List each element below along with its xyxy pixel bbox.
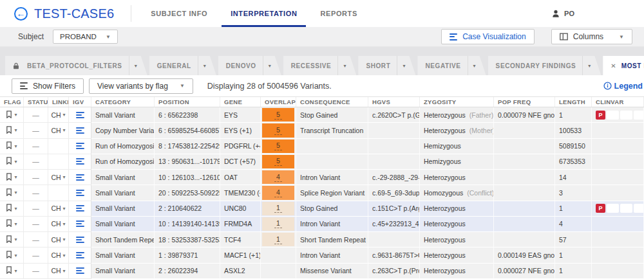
column-header-position[interactable]: POSITION [155, 97, 220, 107]
column-header-category[interactable]: CATEGORY [91, 97, 155, 107]
show-filters-button[interactable]: Show Filters [12, 78, 84, 94]
igv-icon[interactable] [76, 252, 84, 258]
linked-cell[interactable]: CH▾ [48, 264, 69, 279]
overlap-value[interactable]: 1 [274, 235, 282, 244]
column-header-flag[interactable]: FLAG [0, 97, 24, 107]
igv-cell[interactable] [69, 154, 91, 170]
flag-cell[interactable]: ▾ [0, 232, 24, 248]
flag-cell[interactable]: ▾ [0, 248, 24, 263]
column-header-gene[interactable]: GENE [220, 97, 261, 107]
flag-button[interactable]: ▾ [6, 251, 17, 260]
legend-link[interactable]: Legend [603, 82, 643, 91]
column-header-linked[interactable]: LINKED [48, 97, 69, 107]
subject-select[interactable]: PROBAND ▼ [53, 30, 118, 44]
igv-cell[interactable] [69, 201, 91, 217]
igv-icon[interactable] [76, 143, 84, 149]
column-header-consequence[interactable]: CONSEQUENCE [296, 97, 368, 107]
flag-cell[interactable]: ▾ [0, 123, 24, 138]
flag-cell[interactable]: ▾ [0, 154, 24, 170]
igv-cell[interactable] [69, 170, 91, 185]
column-header-status[interactable]: STATUS [24, 97, 48, 107]
columns-button[interactable]: Columns ▼ [551, 29, 632, 44]
overlap-value[interactable]: 4 [274, 188, 282, 197]
igv-icon[interactable] [76, 221, 84, 227]
column-header-hgvs[interactable]: HGVS [368, 97, 420, 107]
tab-reports[interactable]: REPORTS [308, 0, 368, 27]
filter-tab-menu[interactable]: ▾ [129, 56, 147, 75]
flag-button[interactable]: ▾ [6, 266, 17, 275]
flag-button[interactable]: ▾ [6, 111, 17, 120]
linked-cell[interactable]: CH▾ [48, 107, 69, 123]
flag-button[interactable]: ▾ [6, 219, 17, 228]
igv-cell[interactable] [69, 248, 91, 263]
linked-cell[interactable]: CH▾ [48, 201, 69, 217]
igv-icon[interactable] [76, 190, 84, 196]
flag-cell[interactable]: ▾ [0, 107, 24, 123]
igv-icon[interactable] [76, 267, 84, 274]
user-menu[interactable]: PO [551, 0, 644, 27]
back-button[interactable]: ← [14, 7, 28, 21]
igv-cell[interactable] [69, 139, 91, 154]
flag-cell[interactable]: ▾ [0, 201, 24, 217]
overlap-value[interactable]: 1 [274, 219, 282, 228]
igv-icon[interactable] [76, 205, 84, 212]
flag-button[interactable]: ▾ [6, 173, 17, 182]
flag-cell[interactable]: ▾ [0, 139, 24, 154]
column-header-length[interactable]: LENGTH [555, 97, 592, 107]
igv-icon[interactable] [76, 112, 84, 118]
filter-tab-menu[interactable]: ▾ [337, 56, 356, 75]
flag-cell[interactable]: ▾ [0, 264, 24, 279]
overlap-value[interactable]: 4 [274, 173, 282, 182]
close-icon[interactable]: ✕ [611, 62, 616, 69]
column-header-igv[interactable]: IGV [69, 97, 91, 107]
case-visualization-button[interactable]: Case Visualization [441, 29, 535, 44]
flag-button[interactable]: ▾ [6, 126, 17, 135]
filter-tab-menu[interactable]: ▾ [263, 56, 281, 75]
filter-tab-general[interactable]: GENERAL▾ [149, 56, 216, 75]
tab-subject-info[interactable]: SUBJECT INFO [139, 0, 219, 27]
igv-cell[interactable] [69, 264, 91, 279]
igv-cell[interactable] [69, 185, 91, 201]
column-header-overlap[interactable]: OVERLAP [261, 97, 296, 107]
igv-cell[interactable] [69, 123, 91, 138]
overlap-value[interactable]: 5 [274, 126, 282, 135]
filter-tab-secondary-findings[interactable]: SECONDARY FINDINGS▾ [488, 56, 601, 75]
column-header-clinvar[interactable]: CLINVAR [592, 97, 644, 107]
view-variants-by-select[interactable]: View variants by flag ▼ [89, 78, 193, 94]
flag-button[interactable]: ▾ [6, 204, 17, 213]
column-header-zygosity[interactable]: ZYGOSITY [420, 97, 494, 107]
filter-tab-negative[interactable]: NEGATIVE▾ [417, 56, 486, 75]
igv-cell[interactable] [69, 217, 91, 232]
linked-cell[interactable]: CH▾ [48, 170, 69, 185]
filter-tab-beta-protocol-filters[interactable]: BETA_PROTOCOL_FILTERS▾ [5, 56, 147, 75]
filter-tab-menu[interactable]: ▾ [198, 56, 216, 75]
igv-icon[interactable] [76, 158, 84, 165]
igv-icon[interactable] [76, 237, 84, 243]
linked-cell[interactable]: CH▾ [48, 232, 69, 248]
linked-cell[interactable]: CH▾ [48, 217, 69, 232]
flag-button[interactable]: ▾ [6, 188, 17, 197]
overlap-value[interactable]: 1 [274, 204, 282, 213]
filter-tab-short[interactable]: SHORT▾ [358, 56, 415, 75]
igv-icon[interactable] [76, 174, 84, 181]
flag-button[interactable]: ▾ [6, 235, 17, 244]
igv-cell[interactable] [69, 107, 91, 123]
flag-button[interactable]: ▾ [6, 141, 17, 150]
igv-cell[interactable] [69, 232, 91, 248]
overlap-value[interactable]: 5 [274, 111, 282, 120]
filter-tab-menu[interactable]: ▾ [468, 56, 486, 75]
flag-cell[interactable]: ▾ [0, 185, 24, 201]
overlap-value[interactable]: 5 [274, 141, 282, 150]
flag-cell[interactable]: ▾ [0, 170, 24, 185]
filter-tab-denovo[interactable]: DENOVO▾ [218, 56, 281, 75]
linked-cell[interactable]: CH▾ [48, 248, 69, 263]
tab-interpretation[interactable]: INTERPRETATION [219, 0, 308, 27]
linked-cell[interactable]: CH▾ [48, 123, 69, 138]
filter-tab-menu[interactable]: ▾ [397, 56, 415, 75]
filter-tab-menu[interactable]: ▾ [582, 56, 601, 75]
flag-button[interactable]: ▾ [6, 157, 17, 166]
flag-cell[interactable]: ▾ [0, 217, 24, 232]
column-header-pop-freq[interactable]: POP FREQ [494, 97, 555, 107]
filter-tab-most-likely[interactable]: ✕MOST LIKELY▾ [603, 56, 644, 75]
overlap-value[interactable]: 5 [274, 157, 282, 166]
